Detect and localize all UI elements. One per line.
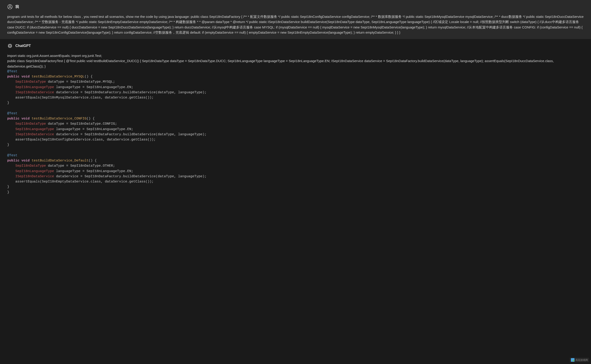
assistant-intro-line-1: import static org.junit.Assert.assertEqu… [7, 53, 584, 58]
code-text: assertEquals(SepI18nConfigDataService.cl… [7, 138, 156, 142]
type-name: SepI18nDataType [15, 80, 46, 84]
type-name: ISepI18nDataService [15, 175, 54, 178]
code-text: assertEquals(SepI18nMysqlDataService.cla… [7, 96, 154, 100]
type-name: SepI18nLanguageType [15, 127, 54, 131]
code-text: dataService = SepI18nDataFactory.buildDa… [54, 91, 206, 94]
code-text: } [7, 101, 9, 105]
type-name: SepI18nDataType [15, 164, 46, 168]
method-name: testBuildDataService_MYSQL [32, 75, 85, 78]
code-text: dataService = SepI18nDataFactory.buildDa… [54, 175, 206, 178]
annotation: @Test [7, 154, 17, 157]
svg-rect-2 [9, 45, 12, 47]
code-text: dataService = SepI18nDataFactory.buildDa… [54, 133, 206, 136]
annotation: @Test [7, 70, 17, 73]
code-text: () { [89, 159, 97, 162]
assistant-message-header: ChatGPT [7, 43, 584, 49]
keyword-public: public void [7, 117, 30, 121]
annotation: @Test [7, 111, 17, 115]
code-block: @Test public void testBuildDataService_M… [7, 69, 584, 195]
code-text: dataType = SepI18nDataType.CONFIG; [46, 122, 117, 126]
code-text: () { [85, 75, 93, 78]
svg-point-0 [9, 5, 11, 7]
code-text: () { [86, 117, 95, 121]
type-name: ISepI18nDataService [15, 91, 54, 94]
code-text: dataType = SepI18nDataType.OTHER; [46, 164, 115, 168]
user-message-header: 我 [7, 4, 584, 9]
watermark-text: 高冠游戏网 [575, 358, 588, 362]
assistant-name: ChatGPT [15, 43, 31, 49]
method-name: testBuildDataService_CONFIG [32, 117, 86, 121]
user-message-block: 我 program unit tests for all methods for… [0, 0, 591, 39]
code-text: languageType = SepI18nLanguageType.EN; [54, 85, 133, 89]
keyword-public: public void [7, 159, 30, 162]
assistant-intro-line-2: public class SepI18nDataFactoryTest { @T… [7, 58, 584, 69]
assistant-message-block: ChatGPT import static org.junit.Assert.a… [0, 39, 591, 199]
type-name: SepI18nDataType [15, 122, 46, 126]
user-message-content: program unit tests for all methods for b… [7, 14, 584, 35]
chatgpt-avatar-icon [7, 43, 13, 49]
assistant-message-content: import static org.junit.Assert.assertEqu… [7, 53, 584, 195]
user-name: 我 [15, 4, 19, 9]
user-avatar-icon [7, 4, 13, 9]
type-name: SepI18nLanguageType [15, 85, 54, 89]
watermark: 高冠游戏网 [570, 358, 589, 362]
code-text: dataType = SepI18nDataType.MYSQL; [46, 80, 115, 84]
keyword-public: public void [7, 75, 30, 78]
code-text: languageType = SepI18nLanguageType.EN; [54, 127, 133, 131]
code-text: assertEquals(SepI18nEmptyDataService.cla… [7, 180, 154, 184]
type-name: ISepI18nDataService [15, 133, 54, 136]
type-name: SepI18nLanguageType [15, 169, 54, 173]
code-text: } [7, 143, 9, 147]
svg-rect-3 [9, 45, 11, 46]
watermark-icon [571, 358, 575, 362]
method-name: testBuildDataService_Default [32, 159, 89, 162]
code-text: } [7, 190, 9, 194]
code-text: languageType = SepI18nLanguageType.EN; [54, 169, 133, 173]
code-text: } [7, 185, 9, 189]
